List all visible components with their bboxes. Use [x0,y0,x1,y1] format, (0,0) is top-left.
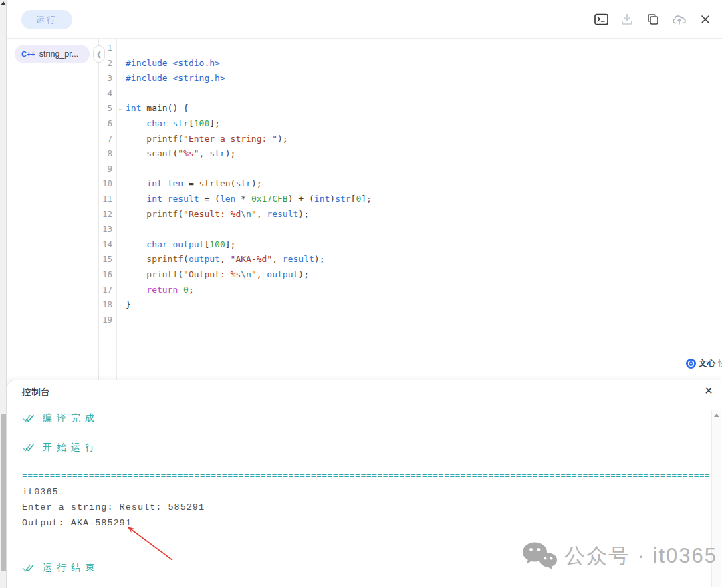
code-line[interactable]: 12 printf("Result: %d\n", result); [99,207,722,223]
comate-badge[interactable]: 文心 快码 [686,358,722,370]
code-line[interactable]: 14 char output[100]; [99,237,722,253]
console-event-label: 运行结束 [43,562,99,574]
scroll-up-arrow-icon[interactable] [1,1,6,5]
console-scrollbar[interactable] [711,410,721,587]
close-icon[interactable] [698,12,713,27]
console-separator: ========================================… [22,531,712,541]
download-icon[interactable] [620,12,634,27]
line-number: 9 [99,162,112,177]
code-text: #include <stdio.h> [126,56,220,71]
cpp-file-icon: C++ [21,50,35,58]
code-editor[interactable]: 12#include <stdio.h>3#include <string.h>… [99,39,722,380]
code-line[interactable]: 7 printf("Enter a string: "); [99,132,722,147]
code-text: char str[100]; [126,116,220,132]
terminal-icon[interactable] [594,12,608,27]
console-event-run-start: 开始运行 [22,442,99,454]
code-text: printf("Result: %d\n", result); [126,207,309,223]
line-number: 4 [99,86,112,102]
code-line[interactable]: 15 sprintf(output, "AKA-%d", result); [99,252,722,267]
code-text: printf("Output: %s\n", output); [126,267,309,283]
panel-collapse-button[interactable]: ❮ [93,45,105,63]
console-panel: 控制台 ✕ 编译完成 开始运行 [7,380,722,588]
code-line[interactable]: 9 [99,162,722,177]
app-window: 运行 [0,0,722,588]
line-number: 15 [99,252,112,267]
code-rows: 12#include <stdio.h>3#include <string.h>… [99,41,722,327]
code-text: int len = strlen(str); [126,176,262,192]
code-line[interactable]: 10 int len = strlen(str); [99,176,722,192]
code-text: printf("Enter a string: "); [126,132,288,147]
line-number: 11 [99,192,112,207]
line-number: 14 [99,237,112,253]
code-line[interactable]: 6 char str[100]; [99,116,722,132]
comate-label-secondary: 快码 [718,358,722,370]
line-number: 3 [99,71,112,86]
code-line[interactable]: 16 printf("Output: %s\n", output); [99,267,722,283]
code-line[interactable]: 13 [99,222,722,237]
code-text: } [126,297,131,313]
page-scrollbar[interactable] [0,0,7,588]
double-check-icon [22,443,35,453]
fold-chevron-icon[interactable]: ⌄ [118,101,123,116]
code-text: sprintf(output, "AKA-%d", result); [126,252,324,267]
line-number: 7 [99,132,112,147]
console-scroll-up-icon [714,414,719,417]
line-number: 17 [99,283,112,298]
scrollbar-thumb[interactable] [1,414,6,571]
code-line[interactable]: 17 return 0; [99,283,722,298]
console-output[interactable]: 编译完成 开始运行 ==============================… [22,380,712,588]
code-line[interactable]: 3#include <string.h> [99,71,722,86]
line-number: 6 [99,116,112,132]
line-number: 16 [99,267,112,283]
run-button[interactable]: 运行 [21,10,72,29]
console-stdout-line: Output: AKA-585291 [22,518,132,528]
copy-icon[interactable] [646,12,660,27]
console-separator: ========================================… [22,471,712,481]
file-tab-label: string_pr... [39,49,78,59]
console-stdout-line: Enter a string: Result: 585291 [22,502,205,512]
file-panel: C++ string_pr... [7,39,99,380]
console-event-label: 开始运行 [43,442,99,454]
line-number: 19 [99,313,112,328]
line-number: 13 [99,222,112,237]
console-stdin-echo: it0365 [22,487,59,497]
code-text: scanf("%s", str); [126,146,235,162]
code-line[interactable]: 5⌄int main() { [99,101,722,116]
console-event-label: 编译完成 [43,412,99,424]
code-line[interactable]: 11 int result = (len * 0x17CFB) + (int)s… [99,192,722,207]
console-event-run-end: 运行结束 [22,562,99,574]
code-line[interactable]: 19 [99,313,722,328]
code-text: int result = (len * 0x17CFB) + (int)str[… [126,192,372,207]
line-number: 12 [99,207,112,223]
cloud-upload-icon[interactable] [672,12,687,27]
code-line[interactable]: 8 scanf("%s", str); [99,146,722,162]
toolbar-icons [594,0,713,39]
code-line[interactable]: 2#include <stdio.h> [99,56,722,71]
code-text: int main() { [126,101,189,116]
code-text: return 0; [126,283,194,298]
comate-logo-icon [686,359,696,369]
double-check-icon [22,563,35,573]
toolbar: 运行 [7,0,722,39]
code-line[interactable]: 18} [99,297,722,313]
line-number: 10 [99,176,112,192]
code-text: #include <string.h> [126,71,225,86]
code-line[interactable]: 1 [99,41,722,56]
code-line[interactable]: 4 [99,86,722,102]
console-event-compile-done: 编译完成 [22,412,99,424]
code-text: char output[100]; [126,237,235,253]
file-tab-string-pr[interactable]: C++ string_pr... [15,45,90,63]
comate-label-primary: 文心 [699,358,715,370]
line-number: 8 [99,146,112,162]
line-number: 18 [99,297,112,313]
double-check-icon [22,414,35,424]
line-number: 5 [99,101,112,116]
